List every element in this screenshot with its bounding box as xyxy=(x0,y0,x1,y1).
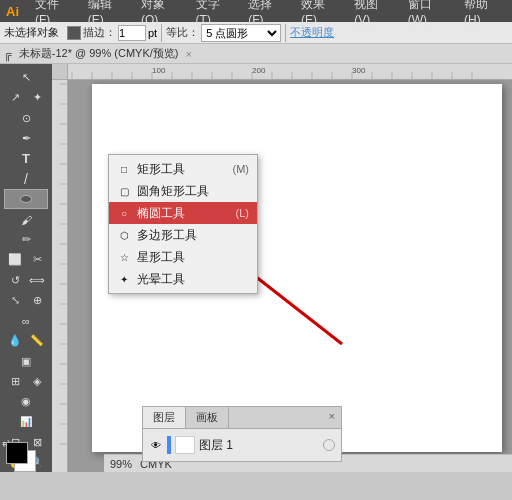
menu-help[interactable]: 帮助(H) xyxy=(460,0,506,29)
rounded-rect-tool-item[interactable]: ▢ 圆角矩形工具 xyxy=(109,180,257,202)
stroke-label: 描边： xyxy=(83,25,116,40)
artboards-tab[interactable]: 画板 xyxy=(186,407,229,428)
flare-tool-label: 光晕工具 xyxy=(137,271,185,288)
zoom-level: 99% xyxy=(110,458,132,470)
mesh-pair: ⊞ ◈ xyxy=(4,372,48,391)
selection-pair: ↗ ✦ xyxy=(4,88,48,107)
rotate-tool[interactable]: ↺ xyxy=(4,271,26,290)
polygon-tool-item[interactable]: ⬡ 多边形工具 xyxy=(109,224,257,246)
ruler-corner xyxy=(52,64,68,80)
no-selection-label: 未选择对象 xyxy=(4,25,59,40)
tab-close-btn[interactable]: × xyxy=(186,48,192,60)
measure-tool[interactable]: 📏 xyxy=(26,331,48,350)
slice-tool[interactable]: ⊠ xyxy=(26,432,48,451)
gradient-tool[interactable]: ▣ xyxy=(4,352,48,371)
scale-pair: ⤡ ⊕ xyxy=(4,291,48,310)
main-toolbar: ╔ 未标题-12* @ 99% (CMYK/预览) × xyxy=(0,44,512,64)
livepaint-tool[interactable]: ◈ xyxy=(26,372,48,391)
eyedropper-tool[interactable]: 💧 xyxy=(4,331,26,350)
opacity-label: 不透明度 xyxy=(290,25,334,40)
rect-tool-item[interactable]: □ 矩形工具 (M) xyxy=(109,158,257,180)
layer-visibility-icon[interactable]: 👁 xyxy=(149,438,163,452)
layers-tab[interactable]: 图层 xyxy=(143,407,186,428)
layers-content: 👁 图层 1 xyxy=(143,429,341,461)
paintbrush-tool[interactable]: 🖌 xyxy=(4,210,48,229)
polygon-tool-label: 多边形工具 xyxy=(137,227,197,244)
layers-panel: 图层 画板 × 👁 图层 1 xyxy=(142,406,342,462)
tools-sidebar: ↖ ↗ ✦ ⊙ ✒ T / 🖌 ✏ ⬜ ✂ ↺ ⟺ ⤡ ⊕ ∞ 💧 📏 ▣ xyxy=(0,64,52,472)
scale-tool[interactable]: ⤡ xyxy=(4,291,26,310)
equal-ratio-label: 等比： xyxy=(166,25,199,40)
panel-close-btn[interactable]: × xyxy=(323,407,341,428)
lasso-tool[interactable]: ⊙ xyxy=(4,108,48,127)
stroke-color-indicator[interactable] xyxy=(6,442,28,464)
blend-tool[interactable]: ∞ xyxy=(4,311,48,330)
line-tool[interactable]: / xyxy=(4,169,48,188)
svg-text:200: 200 xyxy=(252,66,266,75)
menu-view[interactable]: 视图(V) xyxy=(350,0,395,29)
polygon-icon: ⬡ xyxy=(117,228,131,242)
tab-indicator: ╔ xyxy=(4,48,12,60)
star-icon: ☆ xyxy=(117,250,131,264)
ellipse-tool-item[interactable]: ○ 椭圆工具 (L) xyxy=(109,202,257,224)
toolbar-sep1 xyxy=(161,24,162,42)
rect-shortcut: (M) xyxy=(233,163,250,175)
pen-tool[interactable]: ✒ xyxy=(4,129,48,148)
layer-name-label: 图层 1 xyxy=(199,437,319,454)
mesh-tool[interactable]: ⊞ xyxy=(4,372,26,391)
app-logo: Ai xyxy=(6,4,19,19)
direct-selection-tool[interactable]: ↗ xyxy=(4,88,26,107)
layer-target-circle[interactable] xyxy=(323,439,335,451)
symbol-tool[interactable]: ◉ xyxy=(4,392,48,411)
rounded-rect-tool-label: 圆角矩形工具 xyxy=(137,183,209,200)
layer-color-indicator xyxy=(167,436,171,454)
flare-tool-item[interactable]: ✦ 光晕工具 xyxy=(109,268,257,290)
tab-title: 未标题-12* @ 99% (CMYK/预览) xyxy=(19,46,179,61)
shape-tool[interactable] xyxy=(4,189,48,208)
menu-window[interactable]: 窗口(W) xyxy=(404,0,452,29)
vertical-ruler xyxy=(52,64,68,472)
rounded-rect-icon: ▢ xyxy=(117,184,131,198)
ellipse-shortcut: (L) xyxy=(236,207,249,219)
stroke-color-box[interactable] xyxy=(67,26,81,40)
puppet-warp-tool[interactable]: ⊕ xyxy=(26,291,48,310)
stroke-size-input[interactable] xyxy=(118,25,146,41)
ellipse-tool-label: 椭圆工具 xyxy=(137,205,185,222)
star-tool-item[interactable]: ☆ 星形工具 xyxy=(109,246,257,268)
rect-icon: □ xyxy=(117,162,131,176)
title-bar: Ai 文件(F) 编辑(E) 对象(O) 文字(T) 选择(F) 效果(E) 视… xyxy=(0,0,512,22)
eyedropper-pair: 💧 📏 xyxy=(4,331,48,350)
magic-wand-tool[interactable]: ✦ xyxy=(26,88,48,107)
pt-unit: pt xyxy=(148,27,157,39)
layer-thumbnail xyxy=(175,436,195,454)
canvas-area[interactable]: 100 200 300 xyxy=(52,64,512,472)
toolbar-sep2 xyxy=(285,24,286,42)
selection-tool[interactable]: ↖ xyxy=(4,68,48,87)
reflect-tool[interactable]: ⟺ xyxy=(26,271,48,290)
eraser-pair: ⬜ ✂ xyxy=(4,250,48,269)
scissors-tool[interactable]: ✂ xyxy=(26,250,48,269)
star-tool-label: 星形工具 xyxy=(137,249,185,266)
layer-row: 👁 图层 1 xyxy=(147,433,337,457)
svg-text:100: 100 xyxy=(152,66,166,75)
svg-text:300: 300 xyxy=(352,66,366,75)
graph-tool[interactable]: 📊 xyxy=(4,412,48,431)
panel-tab-bar: 图层 画板 × xyxy=(143,407,341,429)
horizontal-ruler: 100 200 300 xyxy=(52,64,512,80)
rect-tool-label: 矩形工具 xyxy=(137,161,185,178)
flare-icon: ✦ xyxy=(117,272,131,286)
eraser-tool[interactable]: ⬜ xyxy=(4,250,26,269)
ellipse-icon: ○ xyxy=(117,206,131,220)
stroke-style-select[interactable]: 5 点圆形 xyxy=(201,24,281,42)
pencil-tool[interactable]: ✏ xyxy=(4,230,48,249)
shape-tool-menu: □ 矩形工具 (M) ▢ 圆角矩形工具 ○ 椭圆工具 (L) ⬡ 多边形工具 ☆… xyxy=(108,154,258,294)
main-area: ↖ ↗ ✦ ⊙ ✒ T / 🖌 ✏ ⬜ ✂ ↺ ⟺ ⤡ ⊕ ∞ 💧 📏 ▣ xyxy=(0,64,512,472)
type-tool[interactable]: T xyxy=(4,149,48,168)
rotate-pair: ↺ ⟺ xyxy=(4,271,48,290)
